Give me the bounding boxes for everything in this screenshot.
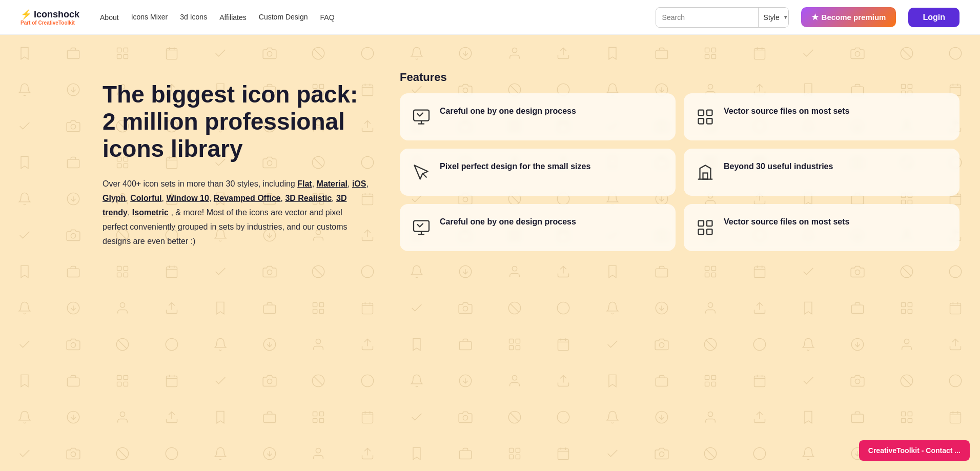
hero-title: The biggest icon pack: 2 million profess…: [103, 81, 369, 162]
chat-contact-button[interactable]: CreativeToolkit - Contact ...: [859, 440, 970, 461]
link-colorful[interactable]: Colorful: [130, 194, 161, 202]
link-revamped-office[interactable]: Revamped Office: [214, 194, 281, 202]
nav-custom-design[interactable]: Custom Design: [259, 13, 308, 22]
svg-rect-87: [699, 221, 704, 227]
svg-rect-2: [117, 54, 121, 58]
svg-rect-90: [707, 229, 712, 235]
svg-rect-85: [703, 173, 708, 179]
svg-rect-78: [509, 455, 513, 459]
link-isometric[interactable]: Isometric: [132, 208, 169, 217]
svg-rect-4: [705, 48, 709, 52]
svg-rect-88: [707, 221, 712, 227]
login-button[interactable]: Login: [908, 8, 959, 27]
feature-text-4: Beyond 30 useful industries: [724, 161, 833, 172]
feature-card-pixel-perfect: Pixel perfect design for the small sizes: [400, 149, 676, 196]
svg-rect-77: [516, 448, 520, 452]
link-glyph[interactable]: Glyph: [103, 194, 126, 202]
link-window10[interactable]: Window 10: [166, 194, 209, 202]
monitor-2-icon: [412, 218, 431, 237]
svg-rect-82: [707, 110, 712, 116]
style-select[interactable]: Style: [758, 8, 789, 27]
hero-content-left: The biggest icon pack: 2 million profess…: [103, 66, 369, 441]
link-ios[interactable]: iOS: [352, 179, 366, 188]
features-grid: Careful one by one design process Vector…: [400, 93, 959, 251]
features-title: Features: [400, 71, 959, 84]
svg-rect-3: [124, 54, 128, 58]
svg-rect-0: [117, 48, 121, 52]
link-flat[interactable]: Flat: [297, 179, 312, 188]
grid-icon: [696, 108, 714, 126]
vector-source-icon: [694, 106, 717, 128]
search-input[interactable]: [656, 8, 758, 27]
link-material[interactable]: Material: [317, 179, 348, 188]
hero-section: The biggest icon pack: 2 million profess…: [0, 35, 980, 471]
navbar: ⚡ Iconshock Part of CreativeToolkit Abou…: [0, 0, 980, 35]
star-icon: ★: [811, 12, 819, 22]
logo[interactable]: ⚡ Iconshock Part of CreativeToolkit: [21, 9, 79, 26]
svg-rect-81: [699, 110, 704, 116]
design-process-2-icon: [410, 216, 433, 239]
svg-rect-79: [516, 455, 520, 459]
design-process-icon: [410, 106, 433, 128]
logo-bolt-icon: ⚡: [21, 9, 32, 20]
svg-rect-76: [509, 448, 513, 452]
monitor-icon: [412, 108, 431, 126]
feature-text-5: Careful one by one design process: [440, 216, 576, 228]
svg-rect-1: [124, 48, 128, 52]
feature-text-3: Pixel perfect design for the small sizes: [440, 161, 590, 172]
feature-card-vector-source-2: Vector source files on most sets: [684, 204, 959, 251]
feature-card-vector-source-1: Vector source files on most sets: [684, 93, 959, 140]
hero-features-right: Features Careful one by one design proce…: [400, 66, 959, 441]
pixel-perfect-icon: [410, 161, 433, 183]
nav-about[interactable]: About: [100, 13, 119, 22]
search-bar: Style ▼: [656, 7, 789, 28]
logo-name-text: Iconshock: [34, 9, 79, 20]
feature-text-6: Vector source files on most sets: [724, 216, 849, 228]
feature-card-industries: Beyond 30 useful industries: [684, 149, 959, 196]
nav-icons-mixer[interactable]: Icons Mixer: [131, 13, 168, 22]
svg-rect-7: [712, 54, 716, 58]
nav-3d-icons[interactable]: 3d Icons: [180, 13, 207, 22]
svg-rect-5: [712, 48, 716, 52]
svg-rect-84: [707, 118, 712, 124]
industries-icon: [694, 161, 717, 183]
hero-description: Over 400+ icon sets in more than 30 styl…: [103, 177, 369, 249]
become-premium-button[interactable]: ★ Become premium: [801, 7, 896, 27]
grid-2-icon: [696, 218, 714, 237]
feature-card-design-process-1: Careful one by one design process: [400, 93, 676, 140]
feature-text-2: Vector source files on most sets: [724, 106, 849, 117]
feature-card-design-process-2: Careful one by one design process: [400, 204, 676, 251]
building-icon: [696, 163, 714, 181]
vector-source-2-icon: [694, 216, 717, 239]
feature-text-1: Careful one by one design process: [440, 106, 576, 117]
nav-faq[interactable]: FAQ: [320, 13, 335, 22]
svg-rect-6: [705, 54, 709, 58]
svg-rect-89: [699, 229, 704, 235]
link-3d-realistic[interactable]: 3D Realistic: [285, 194, 332, 202]
cursor-icon: [412, 163, 431, 181]
logo-subtitle: Part of CreativeToolkit: [21, 20, 79, 26]
svg-rect-83: [699, 118, 704, 124]
nav-affiliates[interactable]: Affiliates: [219, 13, 247, 22]
